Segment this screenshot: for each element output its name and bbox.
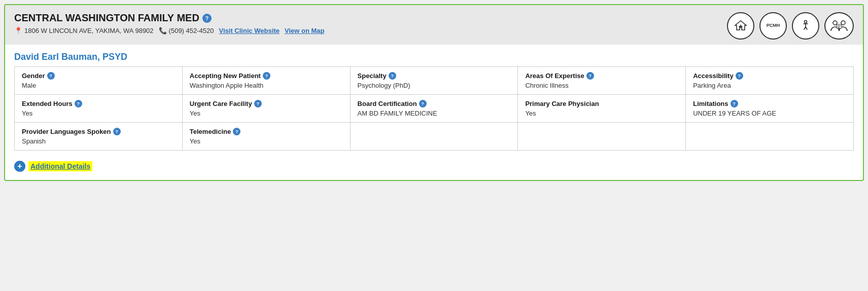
table-cell: Accessibility ? Parking Area bbox=[686, 67, 854, 95]
phone-icon: 📞 bbox=[159, 27, 167, 34]
help-icon[interactable]: ? bbox=[263, 72, 270, 80]
additional-details-section: + Additional Details bbox=[14, 161, 92, 172]
table-cell-empty bbox=[686, 123, 854, 151]
table-cell: Telemedicine ? Yes bbox=[182, 123, 350, 151]
help-icon[interactable]: ? bbox=[233, 128, 240, 135]
table-cell: Extended Hours ? Yes bbox=[15, 95, 183, 123]
additional-details-link[interactable]: Additional Details bbox=[28, 161, 92, 171]
cell-label: Extended Hours ? bbox=[22, 100, 175, 107]
table-cell: Areas Of Expertise ? Chronic Illness bbox=[518, 67, 686, 95]
cell-label: Primary Care Physician bbox=[525, 100, 678, 107]
cell-value: Chronic Illness bbox=[525, 82, 678, 89]
clinic-info: 📍 1806 W LINCOLN AVE, YAKIMA, WA 98902 📞… bbox=[14, 27, 324, 34]
cell-label: Gender ? bbox=[22, 72, 175, 80]
help-icon[interactable]: ? bbox=[75, 100, 82, 107]
help-icon[interactable]: ? bbox=[389, 72, 396, 80]
svg-rect-3 bbox=[837, 24, 842, 28]
table-cell-empty bbox=[350, 123, 518, 151]
table-row: Gender ? Male Accepting New Patient ? Wa… bbox=[15, 67, 854, 95]
help-icon[interactable]: ? bbox=[254, 100, 262, 107]
help-icon[interactable]: ? bbox=[586, 72, 594, 80]
clinic-name-text: CENTRAL WASHINGTON FAMILY MED bbox=[14, 12, 199, 24]
pcmh-icon: PCMH bbox=[759, 12, 787, 40]
table-cell: Board Certification ? AM BD FAMILY MEDIC… bbox=[350, 95, 518, 123]
svg-point-0 bbox=[805, 21, 807, 23]
cell-value: Parking Area bbox=[693, 82, 846, 89]
address-block: 📍 1806 W LINCOLN AVE, YAKIMA, WA 98902 bbox=[14, 27, 154, 34]
cell-label: Accessibility ? bbox=[693, 72, 846, 80]
cell-label: Urgent Care Facility ? bbox=[190, 100, 343, 107]
cell-label: Telemedicine ? bbox=[190, 128, 343, 135]
visit-clinic-website-button[interactable]: Visit Clinic Website bbox=[219, 27, 280, 34]
cell-value: Yes bbox=[190, 137, 343, 145]
table-row: Extended Hours ? Yes Urgent Care Facilit… bbox=[15, 95, 854, 123]
cell-label: Specialty ? bbox=[358, 72, 511, 80]
table-cell: Specialty ? Psychology (PhD) bbox=[350, 67, 518, 95]
table-cell-empty bbox=[518, 123, 686, 151]
details-table: Gender ? Male Accepting New Patient ? Wa… bbox=[14, 66, 854, 151]
table-cell: Gender ? Male bbox=[15, 67, 183, 95]
pin-icon: 📍 bbox=[14, 27, 22, 34]
cell-label: Provider Languages Spoken ? bbox=[22, 128, 175, 135]
cell-label: Board Certification ? bbox=[358, 100, 511, 107]
table-row: Provider Languages Spoken ? Spanish Tele… bbox=[15, 123, 854, 151]
interpreter-icon bbox=[824, 12, 854, 40]
cell-label: Limitations ? bbox=[693, 100, 846, 107]
table-cell: Accepting New Patient ? Washington Apple… bbox=[182, 67, 350, 95]
cell-value: Psychology (PhD) bbox=[358, 82, 511, 89]
help-icon[interactable]: ? bbox=[47, 72, 55, 80]
cell-value: Washington Apple Health bbox=[190, 82, 343, 89]
cell-value: Yes bbox=[525, 110, 678, 117]
header-icons: PCMH bbox=[727, 12, 854, 40]
svg-point-1 bbox=[833, 21, 837, 25]
header-left: CENTRAL WASHINGTON FAMILY MED ? 📍 1806 W… bbox=[14, 12, 324, 34]
clinic-header: CENTRAL WASHINGTON FAMILY MED ? 📍 1806 W… bbox=[5, 5, 863, 45]
clinic-card: CENTRAL WASHINGTON FAMILY MED ? 📍 1806 W… bbox=[4, 4, 864, 181]
cell-label: Accepting New Patient ? bbox=[190, 72, 343, 80]
svg-point-2 bbox=[841, 21, 845, 25]
table-cell: Provider Languages Spoken ? Spanish bbox=[15, 123, 183, 151]
hospital-home-icon bbox=[727, 12, 754, 40]
cell-value: UNDER 19 YEARS OF AGE bbox=[693, 110, 846, 117]
table-cell: Primary Care Physician Yes bbox=[518, 95, 686, 123]
clinic-phone: (509) 452-4520 bbox=[169, 27, 214, 34]
view-on-map-button[interactable]: View on Map bbox=[285, 27, 325, 34]
cell-label: Areas Of Expertise ? bbox=[525, 72, 678, 80]
table-cell: Limitations ? UNDER 19 YEARS OF AGE bbox=[686, 95, 854, 123]
cell-value: AM BD FAMILY MEDICINE bbox=[358, 110, 511, 117]
add-details-plus-icon[interactable]: + bbox=[14, 161, 25, 172]
cell-value: Male bbox=[22, 82, 175, 89]
table-cell: Urgent Care Facility ? Yes bbox=[182, 95, 350, 123]
help-icon[interactable]: ? bbox=[736, 72, 743, 80]
phone-block: 📞 (509) 452-4520 bbox=[159, 27, 214, 34]
cell-value: Spanish bbox=[22, 137, 175, 145]
accessibility-icon bbox=[792, 12, 819, 40]
help-icon[interactable]: ? bbox=[731, 100, 738, 107]
help-icon[interactable]: ? bbox=[113, 128, 121, 135]
cell-value: Yes bbox=[190, 110, 343, 117]
clinic-address: 1806 W LINCOLN AVE, YAKIMA, WA 98902 bbox=[24, 27, 154, 34]
clinic-title: CENTRAL WASHINGTON FAMILY MED ? bbox=[14, 12, 324, 24]
provider-name: David Earl Bauman, PSYD bbox=[5, 45, 863, 66]
help-icon[interactable]: ? bbox=[419, 100, 427, 107]
cell-value: Yes bbox=[22, 110, 175, 117]
clinic-help-icon[interactable]: ? bbox=[202, 14, 212, 23]
